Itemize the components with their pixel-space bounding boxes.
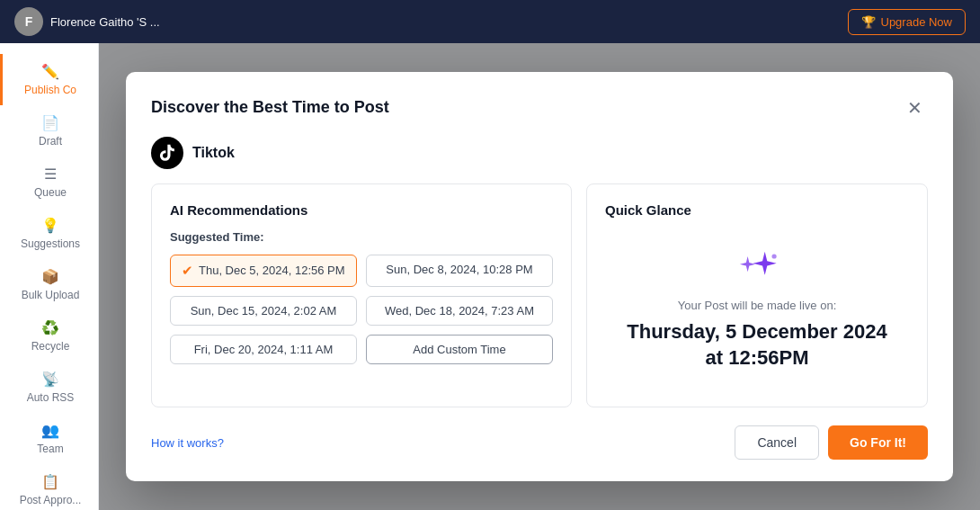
- queue-icon: ☰: [44, 166, 57, 183]
- quick-glance-panel: Quick Glance: [586, 183, 928, 407]
- sidebar-item-team[interactable]: 👥 Team: [0, 413, 98, 464]
- modal-footer: How it works? Cancel Go For It!: [151, 425, 928, 460]
- svg-point-0: [771, 254, 776, 258]
- user-name: Florence Gaitho 'S ...: [50, 15, 160, 29]
- panels: AI Recommendations Suggested Time: ✔ Thu…: [151, 183, 928, 407]
- sidebar: ✏️ Publish Co 📄 Draft ☰ Queue 💡 Suggesti…: [0, 43, 99, 510]
- sidebar-item-auto-rss[interactable]: 📡 Auto RSS: [0, 362, 98, 413]
- top-bar: F Florence Gaitho 'S ... 🏆 Upgrade Now: [0, 0, 980, 43]
- ai-recommendations-panel: AI Recommendations Suggested Time: ✔ Thu…: [151, 183, 572, 407]
- time-chip-2[interactable]: Sun, Dec 15, 2024, 2:02 AM: [170, 296, 357, 326]
- modal-header: Discover the Best Time to Post ✕: [151, 97, 928, 119]
- check-icon: ✔: [182, 263, 193, 279]
- tiktok-logo-svg: [157, 143, 177, 163]
- time-chip-1[interactable]: Sun, Dec 8, 2024, 10:28 PM: [366, 255, 553, 287]
- sidebar-label-bulk: Bulk Upload: [22, 289, 80, 301]
- upgrade-button[interactable]: 🏆 Upgrade Now: [848, 9, 967, 35]
- bulk-upload-icon: 📦: [41, 268, 59, 285]
- publish-icon: ✏️: [41, 63, 59, 80]
- user-info: F Florence Gaitho 'S ...: [14, 7, 160, 36]
- sidebar-label-draft: Draft: [39, 135, 62, 148]
- suggestions-icon: 💡: [41, 217, 59, 234]
- platform-name: Tiktok: [192, 145, 235, 161]
- time-chip-label-1: Sun, Dec 8, 2024, 10:28 PM: [386, 263, 532, 276]
- main-content: Discover the Best Time to Post ✕ Tiktok: [99, 43, 980, 510]
- app-body: ✏️ Publish Co 📄 Draft ☰ Queue 💡 Suggesti…: [0, 43, 980, 510]
- sidebar-item-draft[interactable]: 📄 Draft: [0, 105, 98, 157]
- close-button[interactable]: ✕: [902, 97, 928, 119]
- live-date: Thursday, 5 December 2024 at 12:56PM: [627, 319, 886, 371]
- sidebar-label-recycle: Recycle: [31, 340, 70, 353]
- best-time-modal: Discover the Best Time to Post ✕ Tiktok: [126, 72, 953, 481]
- recycle-icon: ♻️: [41, 319, 59, 336]
- live-prefix: Your Post will be made live on:: [678, 299, 837, 312]
- cancel-button[interactable]: Cancel: [735, 425, 819, 460]
- time-chip-label-0: Thu, Dec 5, 2024, 12:56 PM: [199, 264, 345, 277]
- sidebar-label-publish: Publish Co: [24, 84, 76, 96]
- avatar: F: [14, 7, 43, 36]
- add-custom-label: Add Custom Time: [413, 343, 505, 356]
- auto-rss-icon: 📡: [41, 371, 59, 388]
- time-chip-label-4: Fri, Dec 20, 2024, 1:11 AM: [194, 343, 334, 356]
- platform-row: Tiktok: [151, 137, 928, 169]
- footer-actions: Cancel Go For It!: [735, 425, 928, 460]
- team-icon: 👥: [41, 422, 59, 439]
- post-approval-icon: 📋: [41, 473, 59, 490]
- time-chip-0[interactable]: ✔ Thu, Dec 5, 2024, 12:56 PM: [170, 255, 357, 287]
- time-chip-3[interactable]: Wed, Dec 18, 2024, 7:23 AM: [366, 296, 553, 326]
- sidebar-label-suggestions: Suggestions: [21, 237, 80, 250]
- sidebar-item-recycle[interactable]: ♻️ Recycle: [0, 310, 98, 362]
- suggested-label: Suggested Time:: [170, 230, 553, 244]
- time-chip-label-2: Sun, Dec 15, 2024, 2:02 AM: [191, 304, 337, 318]
- sidebar-label-team: Team: [37, 443, 63, 455]
- sidebar-label-approval: Post Appro...: [20, 494, 82, 506]
- modal-overlay: Discover the Best Time to Post ✕ Tiktok: [99, 43, 980, 510]
- sidebar-item-bulk-upload[interactable]: 📦 Bulk Upload: [0, 259, 98, 310]
- upgrade-icon: 🏆: [861, 15, 876, 29]
- add-custom-time-button[interactable]: Add Custom Time: [366, 335, 553, 364]
- quick-glance-title: Quick Glance: [605, 202, 909, 218]
- draft-icon: 📄: [41, 114, 59, 131]
- go-for-it-button[interactable]: Go For It!: [828, 425, 928, 460]
- sidebar-item-publish[interactable]: ✏️ Publish Co: [0, 54, 98, 105]
- sidebar-label-rss: Auto RSS: [27, 391, 75, 404]
- platform-icon: [151, 137, 183, 169]
- modal-title: Discover the Best Time to Post: [151, 98, 389, 117]
- sparkles-icon: [734, 248, 780, 288]
- sidebar-item-post-approval[interactable]: 📋 Post Appro...: [0, 464, 98, 510]
- app-shell: F Florence Gaitho 'S ... 🏆 Upgrade Now ✏…: [0, 0, 980, 510]
- quick-glance-content: Your Post will be made live on: Thursday…: [605, 230, 909, 389]
- time-chip-4[interactable]: Fri, Dec 20, 2024, 1:11 AM: [170, 335, 357, 364]
- how-it-works-link[interactable]: How it works?: [151, 436, 224, 450]
- sidebar-label-queue: Queue: [34, 186, 67, 199]
- sidebar-item-queue[interactable]: ☰ Queue: [0, 157, 98, 208]
- sidebar-item-suggestions[interactable]: 💡 Suggestions: [0, 208, 98, 259]
- ai-panel-title: AI Recommendations: [170, 202, 553, 218]
- time-grid: ✔ Thu, Dec 5, 2024, 12:56 PM Sun, Dec 8,…: [170, 255, 553, 364]
- time-chip-label-3: Wed, Dec 18, 2024, 7:23 AM: [385, 304, 534, 318]
